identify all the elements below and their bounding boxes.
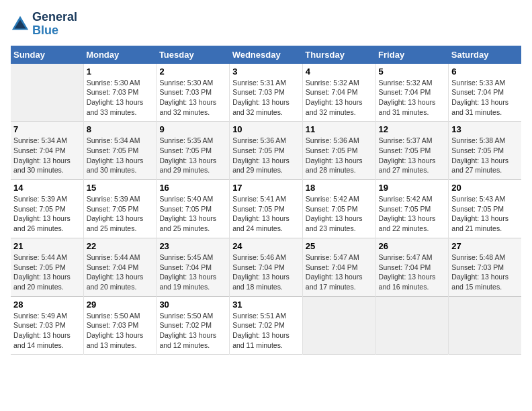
- calendar-table: SundayMondayTuesdayWednesdayThursdayFrid…: [11, 46, 521, 355]
- day-number: 1: [87, 66, 154, 77]
- calendar-cell: [449, 296, 521, 355]
- day-number: 24: [232, 241, 300, 251]
- calendar-cell: 10Sunrise: 5:36 AMSunset: 7:05 PMDayligh…: [230, 122, 303, 180]
- calendar-cell: 19Sunrise: 5:42 AMSunset: 7:05 PMDayligh…: [375, 180, 449, 238]
- day-number: 2: [159, 66, 226, 77]
- calendar-cell: 15Sunrise: 5:39 AMSunset: 7:05 PMDayligh…: [83, 180, 157, 238]
- calendar-cell: 30Sunrise: 5:50 AMSunset: 7:02 PMDayligh…: [157, 296, 230, 355]
- day-header-wednesday: Wednesday: [230, 46, 303, 64]
- logo: General Blue: [11, 11, 77, 38]
- day-info: Sunrise: 5:33 AMSunset: 7:04 PMDaylight:…: [451, 78, 519, 118]
- day-info: Sunrise: 5:46 AMSunset: 7:04 PMDaylight:…: [232, 253, 300, 292]
- week-row-2: 7Sunrise: 5:34 AMSunset: 7:04 PMDaylight…: [11, 122, 521, 180]
- day-info: Sunrise: 5:44 AMSunset: 7:04 PMDaylight:…: [87, 253, 154, 292]
- day-number: 25: [306, 241, 373, 251]
- week-row-5: 28Sunrise: 5:49 AMSunset: 7:03 PMDayligh…: [11, 296, 521, 355]
- calendar-cell: 23Sunrise: 5:45 AMSunset: 7:04 PMDayligh…: [157, 238, 230, 296]
- calendar-cell: 2Sunrise: 5:30 AMSunset: 7:03 PMDaylight…: [157, 64, 230, 122]
- calendar-cell: [302, 296, 375, 355]
- day-header-saturday: Saturday: [449, 46, 521, 64]
- day-info: Sunrise: 5:41 AMSunset: 7:05 PMDaylight:…: [232, 194, 300, 234]
- day-number: 28: [13, 300, 81, 310]
- calendar-cell: 31Sunrise: 5:51 AMSunset: 7:02 PMDayligh…: [230, 296, 303, 355]
- day-number: 5: [379, 66, 446, 77]
- day-number: 9: [159, 124, 226, 134]
- calendar-cell: 16Sunrise: 5:40 AMSunset: 7:05 PMDayligh…: [157, 180, 230, 238]
- day-header-thursday: Thursday: [302, 46, 375, 64]
- day-number: 18: [306, 183, 373, 193]
- calendar-body: 1Sunrise: 5:30 AMSunset: 7:03 PMDaylight…: [11, 64, 521, 355]
- day-number: 19: [379, 183, 446, 193]
- calendar-cell: 8Sunrise: 5:34 AMSunset: 7:05 PMDaylight…: [83, 122, 157, 180]
- calendar-cell: 28Sunrise: 5:49 AMSunset: 7:03 PMDayligh…: [11, 296, 83, 355]
- day-info: Sunrise: 5:44 AMSunset: 7:05 PMDaylight:…: [13, 253, 81, 292]
- logo-text: General Blue: [32, 11, 77, 38]
- day-info: Sunrise: 5:50 AMSunset: 7:02 PMDaylight:…: [159, 311, 226, 351]
- calendar-cell: 27Sunrise: 5:48 AMSunset: 7:03 PMDayligh…: [449, 238, 521, 296]
- day-info: Sunrise: 5:36 AMSunset: 7:05 PMDaylight:…: [232, 136, 300, 175]
- day-number: 12: [379, 124, 446, 134]
- calendar-cell: 9Sunrise: 5:35 AMSunset: 7:05 PMDaylight…: [157, 122, 230, 180]
- day-info: Sunrise: 5:49 AMSunset: 7:03 PMDaylight:…: [13, 311, 81, 351]
- day-info: Sunrise: 5:30 AMSunset: 7:03 PMDaylight:…: [87, 78, 154, 118]
- week-row-3: 14Sunrise: 5:39 AMSunset: 7:05 PMDayligh…: [11, 180, 521, 238]
- calendar-header: SundayMondayTuesdayWednesdayThursdayFrid…: [11, 46, 521, 64]
- day-info: Sunrise: 5:50 AMSunset: 7:03 PMDaylight:…: [87, 311, 154, 351]
- day-info: Sunrise: 5:39 AMSunset: 7:05 PMDaylight:…: [13, 194, 81, 234]
- calendar-cell: 3Sunrise: 5:31 AMSunset: 7:03 PMDaylight…: [230, 64, 303, 122]
- day-info: Sunrise: 5:43 AMSunset: 7:05 PMDaylight:…: [451, 194, 519, 234]
- day-number: 3: [232, 66, 300, 77]
- day-number: 30: [159, 300, 226, 310]
- day-number: 4: [306, 66, 373, 77]
- day-number: 29: [87, 300, 154, 310]
- day-info: Sunrise: 5:30 AMSunset: 7:03 PMDaylight:…: [159, 78, 226, 118]
- calendar-cell: 4Sunrise: 5:32 AMSunset: 7:04 PMDaylight…: [302, 64, 375, 122]
- day-header-sunday: Sunday: [11, 46, 83, 64]
- day-info: Sunrise: 5:37 AMSunset: 7:05 PMDaylight:…: [379, 136, 446, 175]
- calendar-cell: 29Sunrise: 5:50 AMSunset: 7:03 PMDayligh…: [83, 296, 157, 355]
- page-header: General Blue: [11, 11, 521, 38]
- day-info: Sunrise: 5:47 AMSunset: 7:04 PMDaylight:…: [306, 253, 373, 292]
- day-info: Sunrise: 5:48 AMSunset: 7:03 PMDaylight:…: [451, 253, 519, 292]
- day-info: Sunrise: 5:42 AMSunset: 7:05 PMDaylight:…: [379, 194, 446, 234]
- calendar-cell: 14Sunrise: 5:39 AMSunset: 7:05 PMDayligh…: [11, 180, 83, 238]
- day-info: Sunrise: 5:42 AMSunset: 7:05 PMDaylight:…: [306, 194, 373, 234]
- day-number: 6: [451, 66, 519, 77]
- calendar-cell: [11, 64, 83, 122]
- logo-icon: [11, 15, 30, 34]
- day-header-monday: Monday: [83, 46, 157, 64]
- day-header-tuesday: Tuesday: [157, 46, 230, 64]
- calendar-cell: 17Sunrise: 5:41 AMSunset: 7:05 PMDayligh…: [230, 180, 303, 238]
- day-info: Sunrise: 5:51 AMSunset: 7:02 PMDaylight:…: [232, 311, 300, 351]
- calendar-cell: 24Sunrise: 5:46 AMSunset: 7:04 PMDayligh…: [230, 238, 303, 296]
- calendar-cell: 20Sunrise: 5:43 AMSunset: 7:05 PMDayligh…: [449, 180, 521, 238]
- day-number: 17: [232, 183, 300, 193]
- day-number: 14: [13, 183, 81, 193]
- header-row: SundayMondayTuesdayWednesdayThursdayFrid…: [11, 46, 521, 64]
- day-info: Sunrise: 5:40 AMSunset: 7:05 PMDaylight:…: [159, 194, 226, 234]
- day-number: 11: [306, 124, 373, 134]
- day-number: 22: [87, 241, 154, 251]
- calendar-cell: 21Sunrise: 5:44 AMSunset: 7:05 PMDayligh…: [11, 238, 83, 296]
- calendar-cell: [375, 296, 449, 355]
- day-number: 15: [87, 183, 154, 193]
- day-info: Sunrise: 5:32 AMSunset: 7:04 PMDaylight:…: [306, 78, 373, 118]
- day-info: Sunrise: 5:34 AMSunset: 7:05 PMDaylight:…: [87, 136, 154, 175]
- calendar-cell: 1Sunrise: 5:30 AMSunset: 7:03 PMDaylight…: [83, 64, 157, 122]
- day-number: 10: [232, 124, 300, 134]
- day-number: 31: [232, 300, 300, 310]
- day-info: Sunrise: 5:47 AMSunset: 7:04 PMDaylight:…: [379, 253, 446, 292]
- calendar-cell: 25Sunrise: 5:47 AMSunset: 7:04 PMDayligh…: [302, 238, 375, 296]
- week-row-1: 1Sunrise: 5:30 AMSunset: 7:03 PMDaylight…: [11, 64, 521, 122]
- day-info: Sunrise: 5:45 AMSunset: 7:04 PMDaylight:…: [159, 253, 226, 292]
- day-info: Sunrise: 5:38 AMSunset: 7:05 PMDaylight:…: [451, 136, 519, 175]
- day-number: 20: [451, 183, 519, 193]
- calendar-cell: 7Sunrise: 5:34 AMSunset: 7:04 PMDaylight…: [11, 122, 83, 180]
- day-number: 26: [379, 241, 446, 251]
- day-info: Sunrise: 5:35 AMSunset: 7:05 PMDaylight:…: [159, 136, 226, 175]
- day-number: 7: [13, 124, 81, 134]
- day-header-friday: Friday: [375, 46, 449, 64]
- calendar-cell: 22Sunrise: 5:44 AMSunset: 7:04 PMDayligh…: [83, 238, 157, 296]
- day-number: 23: [159, 241, 226, 251]
- day-info: Sunrise: 5:36 AMSunset: 7:05 PMDaylight:…: [306, 136, 373, 175]
